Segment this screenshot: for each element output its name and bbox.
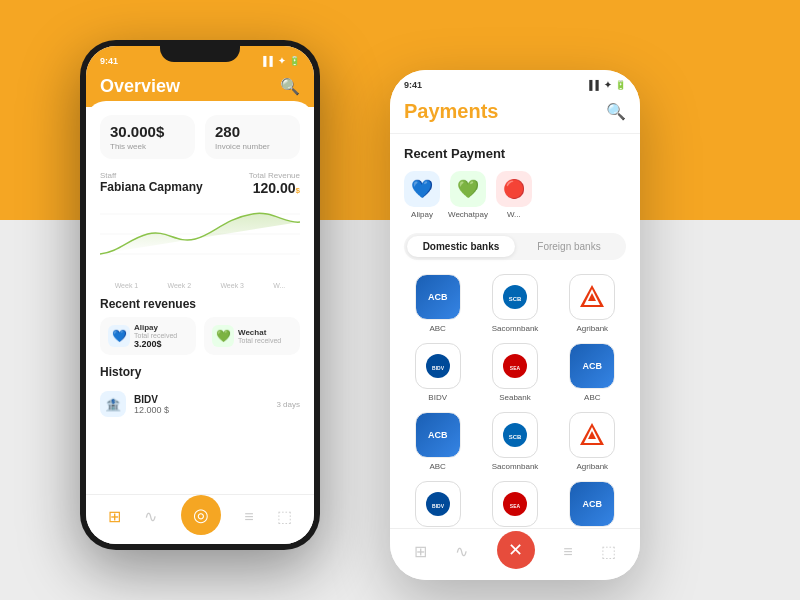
- alipay-circle: 💙: [404, 171, 440, 207]
- tab-row: Domestic banks Foreign banks: [404, 233, 626, 260]
- svg-text:SEA: SEA: [510, 503, 521, 509]
- stat-week: 30.000$ This week: [100, 115, 195, 159]
- bottom-nav1: ⊞ ∿ ◎ ≡ ⬚: [86, 494, 314, 544]
- bank-icon-bidv1: BIDV: [415, 343, 461, 389]
- revenue-cards: 💙 Alipay Total received 3.200$ 💚 Wechat …: [100, 317, 300, 355]
- bank-label-sacom1: Sacomnbank: [492, 324, 539, 333]
- bank-label-sea1: Seabank: [499, 393, 531, 402]
- nav2-menu[interactable]: ≡: [563, 543, 572, 561]
- stat-invoice-value: 280: [215, 123, 290, 140]
- staff-name: Fabiana Capmany: [100, 180, 203, 194]
- bank-item-sea1[interactable]: SEA Seabank: [481, 343, 548, 402]
- bank-label-agri2: Agribank: [577, 462, 609, 471]
- bidv-amount: 12.000 $: [134, 405, 268, 415]
- close-button[interactable]: ✕: [497, 531, 535, 569]
- bank-item-sacom2[interactable]: SCB Sacomnbank: [481, 412, 548, 471]
- wechat-name: Wechat: [238, 328, 281, 337]
- bank-icon-acb3: ACB: [415, 412, 461, 458]
- bank-item-agri1[interactable]: Agribank: [559, 274, 626, 333]
- bank-label-abc2: ABC: [584, 393, 600, 402]
- bank-icon-sacom2: SCB: [492, 412, 538, 458]
- bank-item-agri2[interactable]: Agribank: [559, 412, 626, 471]
- phone2-device: 9:41 ▌▌ ✦ 🔋 Payments 🔍 Recent Payment 💙 …: [390, 70, 640, 580]
- svg-text:SCB: SCB: [509, 434, 522, 440]
- svg-text:BIDV: BIDV: [432, 503, 445, 509]
- bidv-date: 3 days: [276, 400, 300, 409]
- search-icon2[interactable]: 🔍: [606, 102, 626, 121]
- bottom-nav2: ⊞ ∿ ✕ ≡ ⬚: [390, 528, 640, 580]
- bank-item-sacom1[interactable]: SCB Sacomnbank: [481, 274, 548, 333]
- nav2-chart[interactable]: ∿: [455, 542, 468, 561]
- bank-item-bidv2[interactable]: BIDV BIDV: [404, 481, 471, 534]
- rev-card-alipay[interactable]: 💙 Alipay Total received 3.200$: [100, 317, 196, 355]
- stat-invoice: 280 Invoice number: [205, 115, 300, 159]
- stat-week-value: 30.000$: [110, 123, 185, 140]
- time1: 9:41: [100, 56, 118, 66]
- history-title: History: [100, 365, 300, 379]
- bank-icon-sea1: SEA: [492, 343, 538, 389]
- staff-row: Staff Fabiana Capmany Total Revenue 120.…: [100, 171, 300, 196]
- bank-item-acb2[interactable]: ACB ABC: [559, 343, 626, 402]
- nav-menu[interactable]: ≡: [244, 508, 253, 526]
- bank-label-bidv1: BIDV: [428, 393, 447, 402]
- phone1-title: Overview: [100, 76, 180, 97]
- bank-icon-sea2: SEA: [492, 481, 538, 527]
- payment-icons-row: 💙 Alipay 💚 Wechatpay 🔴 W...: [404, 171, 626, 219]
- week-label-2: Week 2: [168, 282, 192, 289]
- wechat-label: Total received: [238, 337, 281, 344]
- nav-center-button[interactable]: ◎: [181, 495, 221, 535]
- history-item-bidv[interactable]: 🏦 BIDV 12.000 $ 3 days: [100, 385, 300, 423]
- bank-label-agri1: Agribank: [577, 324, 609, 333]
- nav-home[interactable]: ⊞: [108, 507, 121, 526]
- alipay-amount: 3.200$: [134, 339, 177, 349]
- chart-area: [100, 204, 300, 274]
- pay-alipay[interactable]: 💙 Alipay: [404, 171, 440, 219]
- other-circle: 🔴: [496, 171, 532, 207]
- nav-profile[interactable]: ⬚: [277, 507, 292, 526]
- week-label-1: Week 1: [115, 282, 139, 289]
- other-label: W...: [507, 210, 521, 219]
- alipay-info: Alipay Total received 3.200$: [134, 323, 177, 349]
- stat-week-label: This week: [110, 142, 185, 151]
- stat-invoice-label: Invoice number: [215, 142, 290, 151]
- bank-item-acb3[interactable]: ACB ABC: [404, 412, 471, 471]
- icons1: ▌▌ ✦ 🔋: [263, 56, 300, 66]
- bank-icon-bidv2: BIDV: [415, 481, 461, 527]
- svg-text:SCB: SCB: [509, 296, 522, 302]
- alipay-name: Alipay: [134, 323, 177, 332]
- wechat-info: Wechat Total received: [238, 328, 281, 344]
- tab-domestic[interactable]: Domestic banks: [407, 236, 515, 257]
- bank-item-sea2[interactable]: SEA Seabank: [481, 481, 548, 534]
- pay-wechatpay[interactable]: 💚 Wechatpay: [448, 171, 488, 219]
- bank-item-acb4[interactable]: ACB ABC: [559, 481, 626, 534]
- wechatpay-circle: 💚: [450, 171, 486, 207]
- bidv-info: BIDV 12.000 $: [134, 394, 268, 415]
- nav2-profile[interactable]: ⬚: [601, 542, 616, 561]
- nav-chart[interactable]: ∿: [144, 507, 157, 526]
- phone1-screen: 9:41 ▌▌ ✦ 🔋 Overview 🔍 30.000$ This week…: [86, 46, 314, 544]
- icons2: ▌▌ ✦ 🔋: [589, 80, 626, 90]
- bank-item-acb1[interactable]: ACB ABC: [404, 274, 471, 333]
- total-label: Total Revenue: [249, 171, 300, 180]
- pay-other[interactable]: 🔴 W...: [496, 171, 532, 219]
- bank-item-bidv1[interactable]: BIDV BIDV: [404, 343, 471, 402]
- bank-label-abc3: ABC: [429, 462, 445, 471]
- revenues-title: Recent revenues: [100, 297, 300, 311]
- stats-row: 30.000$ This week 280 Invoice number: [100, 115, 300, 159]
- week-label-4: W...: [273, 282, 285, 289]
- bank-icon-acb4: ACB: [569, 481, 615, 527]
- alipay-label: Total received: [134, 332, 177, 339]
- time2: 9:41: [404, 80, 422, 90]
- tab-foreign[interactable]: Foreign banks: [515, 236, 623, 257]
- staff-label: Staff: [100, 171, 203, 180]
- search-icon1[interactable]: 🔍: [280, 77, 300, 96]
- phone2-title: Payments: [404, 100, 499, 123]
- rev-card-wechat[interactable]: 💚 Wechat Total received: [204, 317, 300, 355]
- svg-text:SEA: SEA: [510, 365, 521, 371]
- bank-icon-sacom1: SCB: [492, 274, 538, 320]
- bidv-name: BIDV: [134, 394, 268, 405]
- nav2-home[interactable]: ⊞: [414, 542, 427, 561]
- phone1-body: 30.000$ This week 280 Invoice number Sta…: [86, 101, 314, 437]
- recent-payment-title: Recent Payment: [404, 146, 626, 161]
- banks-grid: ACB ABC SCB Sacomnbank: [404, 274, 626, 534]
